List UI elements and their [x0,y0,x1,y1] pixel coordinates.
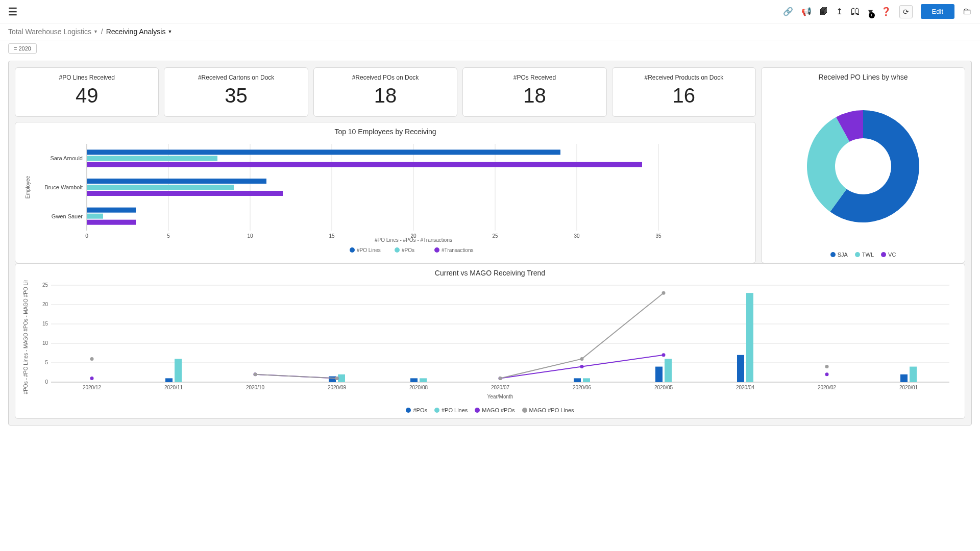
filter-chip-row: = 2020 [0,40,980,57]
svg-text:#PO Lines: #PO Lines [357,247,381,253]
legend-item: SJA [830,252,848,258]
kpi-card: #Received POs on Dock 18 [313,67,457,117]
chart-title: Top 10 Employees by Receiving [20,128,750,136]
svg-point-86 [335,377,339,380]
svg-rect-18 [87,149,560,155]
svg-text:5: 5 [167,233,170,239]
svg-text:2020/07: 2020/07 [491,385,510,390]
svg-text:2020/01: 2020/01 [899,385,918,390]
filter-chip[interactable]: = 2020 [8,43,37,54]
svg-text:2020/11: 2020/11 [164,385,183,390]
chart-title: Received PO Lines by whse [767,73,960,81]
help-icon[interactable]: ❓ [881,7,891,16]
svg-rect-71 [338,374,345,382]
kpi-value: 49 [19,84,154,107]
kpi-card: #Received Products on Dock 16 [612,67,756,117]
svg-point-33 [395,247,400,253]
kpi-title: #Received Cartons on Dock [168,74,303,81]
chart-title: Current vs MAGO Receiving Trend [20,269,960,277]
legend-item: MAGO #PO Lines [522,407,574,413]
legend-item: #POs [406,407,427,413]
svg-point-90 [825,365,829,368]
hamburger-menu-icon[interactable]: ☰ [8,6,17,18]
svg-text:5: 5 [45,360,48,365]
svg-point-88 [580,357,584,361]
svg-text:Employee: Employee [25,176,31,198]
kpi-title: #PO Lines Received [19,74,154,81]
svg-point-85 [254,372,257,376]
svg-text:#POs: #POs [402,247,414,253]
kpi-title: #Received POs on Dock [318,74,453,81]
svg-text:Sara Arnould: Sara Arnould [50,155,83,161]
svg-rect-72 [420,378,427,382]
donut-chart: Received PO Lines by whse SJA TWL VC [761,67,965,263]
svg-point-87 [499,377,502,380]
svg-text:30: 30 [574,233,580,239]
svg-rect-73 [583,378,590,382]
svg-point-35 [434,247,439,253]
refresh-button[interactable]: ⟳ [899,5,913,18]
legend-item: TWL [855,252,874,258]
svg-rect-64 [329,377,336,382]
svg-text:25: 25 [42,282,48,288]
filter-icon[interactable]: ▾i [868,6,873,17]
kpi-title: #POs Received [467,74,602,81]
svg-rect-63 [165,378,173,382]
svg-text:Bruce Wambolt: Bruce Wambolt [44,184,83,190]
svg-rect-76 [910,367,917,382]
kpi-value: 16 [617,84,751,107]
trend-legend: #POs #PO Lines MAGO #POs MAGO #PO Lines [20,407,960,413]
svg-rect-67 [655,367,663,382]
export-icon[interactable]: ↥ [836,7,843,16]
trend-chart: Current vs MAGO Receiving Trend 05101520… [15,263,965,419]
svg-text:15: 15 [329,233,335,239]
svg-text:2020/10: 2020/10 [246,385,265,390]
svg-rect-19 [87,156,217,161]
svg-text:2020/09: 2020/09 [328,385,347,390]
svg-point-84 [90,357,94,361]
svg-text:2020/06: 2020/06 [573,385,592,390]
svg-text:Gwen Sauer: Gwen Sauer [52,213,83,219]
svg-rect-26 [87,208,136,213]
svg-text:#POs - #PO Lines - MAGO #POs -: #POs - #PO Lines - MAGO #POs - MAGO #PO … [23,280,29,394]
kpi-card: #Received Cartons on Dock 35 [164,67,308,117]
svg-text:10: 10 [247,233,253,239]
edit-button[interactable]: Edit [921,4,954,19]
topbar-toolbar: 🔗 📢 🗐 ↥ 🕮 ▾i ❓ ⟳ Edit 🗀 [783,4,972,19]
hbar-svg: 05101520253035Sara ArnouldBruce WamboltG… [20,139,750,256]
folder-icon[interactable]: 🗀 [963,6,972,17]
svg-text:25: 25 [492,233,498,239]
breadcrumb-root[interactable]: Total Warehouse Logistics ▼ [8,28,98,36]
svg-rect-75 [746,293,753,382]
chevron-down-icon: ▼ [93,29,98,34]
svg-text:0: 0 [85,233,88,239]
svg-rect-22 [87,179,266,184]
svg-point-82 [662,353,666,357]
svg-text:35: 35 [655,233,662,239]
svg-point-89 [662,291,666,295]
svg-rect-27 [87,214,103,219]
svg-point-77 [90,377,94,380]
link-icon[interactable]: 🔗 [783,7,793,16]
kpi-card: #PO Lines Received 49 [15,67,159,117]
svg-rect-20 [87,162,642,167]
copy-icon[interactable]: 🗐 [820,7,828,16]
legend-item: MAGO #POs [475,407,514,413]
svg-rect-65 [410,378,418,382]
svg-text:0: 0 [45,379,48,385]
breadcrumb-current[interactable]: Receiving Analysis ▼ [106,28,173,36]
svg-text:Year/Month: Year/Month [487,394,513,399]
kpi-row: #PO Lines Received 49 #Received Cartons … [15,67,756,117]
svg-rect-74 [665,359,672,382]
svg-rect-66 [574,378,581,382]
kpi-value: 18 [318,84,453,107]
announce-icon[interactable]: 📢 [801,7,812,16]
svg-text:10: 10 [42,340,48,346]
svg-text:#PO Lines - #POs - #Transactio: #PO Lines - #POs - #Transactions [375,237,452,243]
breadcrumb: Total Warehouse Logistics ▼ / Receiving … [0,23,980,40]
bookmark-icon[interactable]: 🕮 [851,6,860,17]
topbar: ☰ 🔗 📢 🗐 ↥ 🕮 ▾i ❓ ⟳ Edit 🗀 [0,0,980,23]
employees-bar-chart: Top 10 Employees by Receiving 0510152025… [15,122,756,263]
svg-rect-28 [87,220,136,225]
svg-text:2020/08: 2020/08 [409,385,428,390]
